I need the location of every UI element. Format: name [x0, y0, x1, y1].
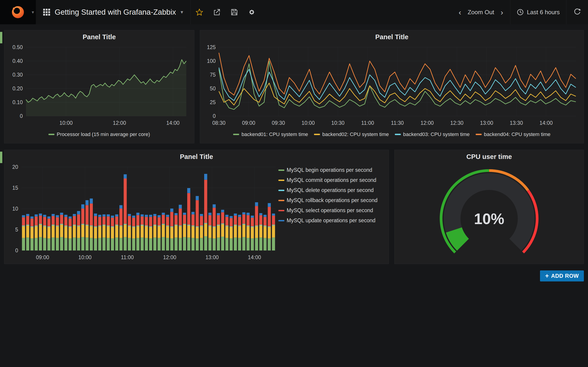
svg-text:10:00: 10:00 — [78, 254, 92, 260]
panel-cpu-system-time: Panel Title 08:3009:0009:3010:0010:3011:… — [200, 30, 584, 143]
clock-icon — [517, 9, 524, 16]
svg-text:12:30: 12:30 — [450, 120, 464, 126]
add-row-label: ADD ROW — [551, 273, 579, 279]
legend-item[interactable]: MySQL commit operations per second — [278, 177, 386, 183]
time-range-label: Last 6 hours — [527, 9, 560, 16]
chart-legend: backend01: CPU system timebackend02: CPU… — [202, 127, 581, 141]
svg-text:08:30: 08:30 — [212, 120, 225, 126]
legend-color-dash — [395, 134, 401, 135]
legend-item[interactable]: backend01: CPU system time — [233, 131, 308, 137]
legend-item[interactable]: MySQL rollback operations per second — [278, 197, 386, 203]
svg-text:09:30: 09:30 — [272, 120, 285, 126]
legend-item[interactable]: MySQL delete operations per second — [278, 187, 386, 193]
gear-icon — [248, 8, 256, 16]
svg-text:12:00: 12:00 — [421, 120, 434, 126]
legend-item[interactable]: backend02: CPU system time — [314, 131, 389, 137]
share-icon — [213, 8, 221, 16]
legend-item[interactable]: MySQL select operations per second — [278, 207, 386, 214]
legend-item[interactable]: MySQL update operations per second — [278, 217, 386, 224]
svg-text:14:00: 14:00 — [166, 120, 180, 126]
save-icon — [230, 8, 238, 16]
svg-text:10%: 10% — [474, 210, 504, 227]
processor-load-chart[interactable]: 10:0012:0014:0000.100.200.300.400.50 — [7, 44, 192, 127]
panel-title[interactable]: Panel Title — [7, 150, 386, 163]
cpu-user-time-gauge[interactable]: 10% — [397, 163, 581, 262]
chevron-down-icon: ▾ — [181, 9, 183, 15]
legend-label: backend04: CPU system time — [484, 131, 551, 137]
svg-text:0.20: 0.20 — [12, 85, 23, 92]
legend-label: MySQL select operations per second — [287, 207, 373, 214]
dashboard-grid-icon — [43, 9, 50, 16]
refresh-button[interactable] — [566, 0, 588, 24]
cpu-system-time-chart[interactable]: 08:3009:0009:3010:0010:3011:0011:3012:00… — [202, 44, 581, 127]
svg-text:125: 125 — [207, 44, 216, 50]
legend-color-dash — [278, 180, 284, 181]
chevron-down-icon: ▾ — [32, 9, 34, 15]
legend-item[interactable]: MySQL begin operations per second — [278, 167, 386, 173]
dashboard-title: Getting Started with Grafana-Zabbix — [55, 8, 176, 17]
svg-text:0: 0 — [15, 248, 18, 253]
dashboard-actions — [191, 0, 260, 24]
legend-color-dash — [278, 169, 284, 171]
legend-label: backend01: CPU system time — [242, 131, 308, 137]
legend-item[interactable]: backend03: CPU system time — [395, 131, 470, 137]
svg-text:0: 0 — [213, 113, 216, 119]
svg-text:11:00: 11:00 — [121, 254, 134, 260]
star-button[interactable] — [191, 0, 208, 24]
grafana-logo-button[interactable]: ▾ — [0, 0, 36, 24]
dashboard-title-picker[interactable]: Getting Started with Grafana-Zabbix ▾ — [36, 0, 191, 24]
svg-text:14:00: 14:00 — [540, 120, 553, 126]
chart-legend: Processor load (15 min average per core) — [7, 127, 192, 141]
legend-item[interactable]: Processor load (15 min average per core) — [48, 131, 150, 137]
legend-color-dash — [314, 134, 320, 135]
svg-text:20: 20 — [12, 164, 18, 170]
svg-text:0.10: 0.10 — [12, 99, 23, 105]
time-range-picker[interactable]: Last 6 hours — [510, 0, 566, 24]
svg-text:12:00: 12:00 — [163, 254, 176, 260]
svg-text:10:30: 10:30 — [331, 120, 345, 126]
svg-text:14:00: 14:00 — [248, 254, 261, 260]
legend-color-dash — [278, 210, 284, 211]
grafana-logo-icon — [11, 5, 25, 19]
zoom-out-button[interactable]: Zoom Out — [468, 9, 494, 16]
svg-text:75: 75 — [210, 72, 216, 78]
svg-text:13:30: 13:30 — [510, 120, 523, 126]
time-forward-button[interactable]: › — [501, 8, 503, 16]
chart-legend: MySQL begin operations per secondMySQL c… — [278, 163, 386, 262]
svg-text:13:00: 13:00 — [205, 254, 219, 260]
plus-icon: + — [545, 272, 549, 280]
legend-label: backend03: CPU system time — [403, 131, 470, 137]
settings-button[interactable] — [243, 0, 260, 24]
row-handle[interactable] — [0, 152, 2, 163]
svg-text:0.30: 0.30 — [12, 72, 23, 78]
svg-text:09:00: 09:00 — [242, 120, 255, 126]
panel-title[interactable]: Panel Title — [202, 30, 581, 44]
svg-text:10:00: 10:00 — [302, 120, 315, 126]
legend-color-dash — [278, 200, 284, 201]
time-controls: ‹ Zoom Out › Last 6 hours — [452, 0, 588, 24]
svg-text:11:00: 11:00 — [361, 120, 374, 126]
refresh-icon — [573, 8, 581, 16]
save-button[interactable] — [225, 0, 243, 24]
panel-title[interactable]: CPU user time — [397, 150, 581, 163]
time-back-button[interactable]: ‹ — [459, 8, 461, 16]
svg-text:25: 25 — [210, 99, 216, 105]
navbar: ▾ Getting Started with Grafana-Zabbix ▾ — [0, 0, 588, 24]
svg-text:0: 0 — [20, 113, 23, 119]
legend-item[interactable]: backend04: CPU system time — [476, 131, 551, 137]
svg-text:10:00: 10:00 — [60, 120, 73, 126]
svg-text:5: 5 — [15, 227, 18, 233]
legend-label: MySQL commit operations per second — [287, 177, 376, 183]
svg-text:09:00: 09:00 — [36, 254, 49, 260]
svg-text:10: 10 — [12, 206, 18, 212]
row-handle[interactable] — [0, 32, 2, 43]
svg-text:11:30: 11:30 — [391, 120, 404, 126]
panel-title[interactable]: Panel Title — [7, 30, 192, 44]
dashboard: Panel Title 10:0012:0014:0000.100.200.30… — [0, 24, 588, 282]
add-row-button[interactable]: + ADD ROW — [540, 270, 584, 282]
share-button[interactable] — [208, 0, 225, 24]
panel-mysql-operations: Panel Title 09:0010:0011:0012:0013:0014:… — [4, 150, 389, 264]
svg-text:100: 100 — [207, 58, 216, 64]
legend-color-dash — [278, 190, 284, 191]
mysql-operations-chart[interactable]: 09:0010:0011:0012:0013:0014:0005101520 — [7, 163, 278, 262]
